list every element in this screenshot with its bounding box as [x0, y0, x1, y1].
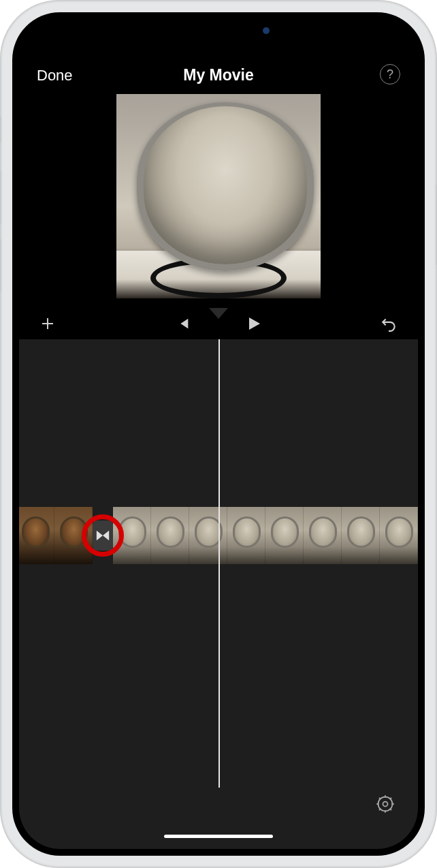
plus-icon	[39, 315, 56, 332]
svg-point-1	[383, 802, 388, 807]
clip-thumbnail	[342, 507, 380, 564]
playhead-marker-icon	[209, 308, 228, 319]
clip-2[interactable]	[113, 507, 418, 564]
phone-frame: Done My Movie ?	[0, 0, 437, 868]
clip-thumbnail	[113, 507, 151, 564]
preview-area	[19, 94, 418, 308]
volume-down	[0, 238, 1, 293]
clip-1[interactable]	[19, 507, 93, 564]
clip-thumbnail	[227, 507, 265, 564]
play-icon	[245, 315, 261, 332]
transition-button[interactable]	[93, 521, 113, 551]
notch	[147, 19, 290, 42]
playhead[interactable]	[218, 339, 220, 788]
help-button[interactable]: ?	[380, 64, 400, 84]
clip-thumbnail	[304, 507, 342, 564]
video-preview[interactable]	[116, 94, 321, 298]
clip-thumbnail	[189, 507, 227, 564]
clip-thumbnail	[265, 507, 304, 564]
clip-thumbnail	[151, 507, 189, 564]
clip-thumbnail	[54, 507, 93, 564]
transition-icon	[95, 528, 110, 543]
gear-icon	[376, 794, 395, 813]
done-button[interactable]: Done	[37, 67, 73, 84]
skip-back-icon	[176, 316, 191, 331]
add-media-button[interactable]	[39, 315, 56, 332]
volume-up	[0, 170, 1, 225]
clip-thumbnail	[380, 507, 418, 564]
skip-back-button[interactable]	[176, 316, 191, 331]
mute-switch	[0, 116, 1, 143]
front-camera	[263, 27, 270, 34]
clip-thumbnail	[19, 507, 54, 564]
undo-button[interactable]	[380, 315, 398, 332]
help-icon: ?	[387, 67, 393, 82]
play-button[interactable]	[245, 315, 261, 332]
project-title: My Movie	[183, 66, 254, 84]
home-indicator[interactable]	[164, 835, 273, 838]
settings-button[interactable]	[376, 794, 395, 813]
timeline[interactable]	[19, 339, 418, 788]
footer	[19, 788, 418, 849]
undo-icon	[380, 315, 398, 332]
screen: Done My Movie ?	[19, 19, 418, 849]
